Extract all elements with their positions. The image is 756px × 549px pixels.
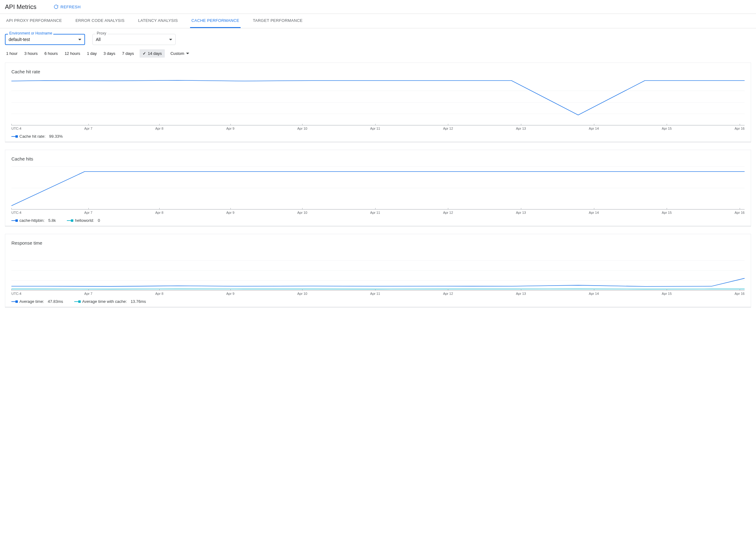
panel-cache-hits: Cache hits UTC-4 Apr 7 Apr 8 Apr 9 Apr 1… bbox=[5, 150, 751, 226]
x-tick-tz: UTC-4 bbox=[11, 127, 21, 130]
legend-item-cache-hit-rate[interactable]: Cache hit rate: 99.33% bbox=[11, 134, 63, 139]
x-tick: Apr 10 bbox=[297, 211, 307, 214]
x-tick: Apr 10 bbox=[297, 127, 307, 130]
filters-row: Environment or Hostname default-test Pro… bbox=[0, 28, 756, 48]
x-tick: Apr 15 bbox=[662, 211, 672, 214]
time-range-selected-label: 14 days bbox=[148, 51, 162, 56]
legend: cache-httpbin: 5.8k helloworld: 0 bbox=[11, 217, 745, 223]
tab-error-code-analysis[interactable]: ERROR CODE ANALYSIS bbox=[74, 14, 126, 28]
time-range-14-days[interactable]: ✓ 14 days bbox=[140, 49, 165, 58]
legend-swatch-icon bbox=[67, 220, 72, 221]
x-tick: Apr 13 bbox=[516, 127, 526, 130]
x-tick: Apr 7 bbox=[84, 292, 92, 295]
legend-value: 99.33% bbox=[49, 134, 63, 139]
legend-swatch-icon bbox=[11, 301, 17, 302]
x-tick: Apr 7 bbox=[84, 211, 92, 214]
proxy-select-value: All bbox=[96, 37, 101, 42]
refresh-label: REFRESH bbox=[60, 5, 81, 9]
x-tick: Apr 12 bbox=[443, 211, 453, 214]
x-tick: Apr 9 bbox=[226, 127, 234, 130]
x-tick: Apr 15 bbox=[662, 292, 672, 295]
page-title: API Metrics bbox=[5, 3, 36, 10]
x-tick: Apr 12 bbox=[443, 127, 453, 130]
page-header: API Metrics REFRESH bbox=[0, 0, 756, 14]
legend-label: cache-httpbin: bbox=[19, 218, 45, 223]
time-range-1-hour[interactable]: 1 hour bbox=[5, 49, 19, 58]
time-range-3-days[interactable]: 3 days bbox=[102, 49, 116, 58]
time-range-1-day[interactable]: 1 day bbox=[86, 49, 98, 58]
chevron-down-icon bbox=[169, 39, 172, 40]
tab-latency-analysis[interactable]: LATENCY ANALYSIS bbox=[137, 14, 179, 28]
tab-cache-performance[interactable]: CACHE PERFORMANCE bbox=[190, 14, 240, 28]
x-tick: Apr 8 bbox=[155, 211, 163, 214]
legend-value: 5.8k bbox=[48, 218, 56, 223]
x-tick: Apr 9 bbox=[226, 292, 234, 295]
proxy-select-label: Proxy bbox=[96, 31, 108, 35]
x-tick: Apr 16 bbox=[735, 127, 745, 130]
x-axis: UTC-4 Apr 7 Apr 8 Apr 9 Apr 10 Apr 11 Ap… bbox=[11, 292, 745, 295]
panel-response-time: Response time UTC-4 Apr 7 Apr 8 Apr 9 Ap… bbox=[5, 234, 751, 307]
x-tick: Apr 8 bbox=[155, 127, 163, 130]
panel-title: Cache hits bbox=[11, 156, 745, 161]
x-tick: Apr 16 bbox=[735, 211, 745, 214]
x-tick: Apr 16 bbox=[735, 292, 745, 295]
legend-label: Cache hit rate: bbox=[19, 134, 46, 139]
chevron-down-icon bbox=[78, 39, 81, 40]
x-tick-tz: UTC-4 bbox=[11, 211, 21, 214]
tabs-bar: API PROXY PERFORMANCE ERROR CODE ANALYSI… bbox=[0, 14, 756, 28]
legend-swatch-icon bbox=[11, 136, 17, 137]
x-axis: UTC-4 Apr 7 Apr 8 Apr 9 Apr 10 Apr 11 Ap… bbox=[11, 211, 745, 214]
x-tick: Apr 12 bbox=[443, 292, 453, 295]
legend-value: 47.83ms bbox=[48, 299, 63, 304]
x-axis: UTC-4 Apr 7 Apr 8 Apr 9 Apr 10 Apr 11 Ap… bbox=[11, 127, 745, 130]
panel-title: Response time bbox=[11, 240, 745, 246]
x-tick: Apr 7 bbox=[84, 127, 92, 130]
x-tick: Apr 13 bbox=[516, 211, 526, 214]
environment-select-label: Environment or Hostname bbox=[8, 31, 53, 35]
x-tick: Apr 11 bbox=[370, 292, 380, 295]
environment-select[interactable]: Environment or Hostname default-test bbox=[5, 34, 85, 45]
x-tick: Apr 15 bbox=[662, 127, 672, 130]
time-range-3-hours[interactable]: 3 hours bbox=[23, 49, 39, 58]
legend: Average time: 47.83ms Average time with … bbox=[11, 298, 745, 304]
tab-target-performance[interactable]: TARGET PERFORMANCE bbox=[252, 14, 304, 28]
check-icon: ✓ bbox=[143, 51, 146, 56]
tab-api-proxy-performance[interactable]: API PROXY PERFORMANCE bbox=[5, 14, 63, 28]
x-tick: Apr 14 bbox=[589, 127, 599, 130]
time-range-6-hours[interactable]: 6 hours bbox=[43, 49, 59, 58]
legend: Cache hit rate: 99.33% bbox=[11, 133, 745, 139]
chart-response-time bbox=[11, 250, 745, 291]
panel-title: Cache hit rate bbox=[11, 69, 745, 74]
legend-item-cache-httpbin[interactable]: cache-httpbin: 5.8k bbox=[11, 218, 56, 223]
refresh-button[interactable]: REFRESH bbox=[51, 2, 83, 11]
chart-cache-hits bbox=[11, 166, 745, 209]
environment-select-value: default-test bbox=[9, 37, 30, 42]
x-tick: Apr 8 bbox=[155, 292, 163, 295]
time-range-12-hours[interactable]: 12 hours bbox=[63, 49, 82, 58]
legend-label: helloworld: bbox=[75, 218, 94, 223]
time-range-picker: 1 hour 3 hours 6 hours 12 hours 1 day 3 … bbox=[0, 48, 756, 63]
proxy-select[interactable]: Proxy All bbox=[92, 34, 176, 45]
legend-label: Average time with cache: bbox=[82, 299, 127, 304]
legend-value: 0 bbox=[98, 218, 100, 223]
legend-swatch-icon bbox=[74, 301, 80, 302]
time-range-custom[interactable]: Custom bbox=[169, 49, 190, 58]
legend-item-average-time[interactable]: Average time: 47.83ms bbox=[11, 299, 63, 304]
time-range-7-days[interactable]: 7 days bbox=[121, 49, 135, 58]
x-tick: Apr 14 bbox=[589, 292, 599, 295]
time-range-custom-label: Custom bbox=[170, 51, 184, 56]
x-tick: Apr 11 bbox=[370, 127, 380, 130]
legend-item-average-time-with-cache[interactable]: Average time with cache: 13.76ms bbox=[74, 299, 146, 304]
x-tick: Apr 10 bbox=[297, 292, 307, 295]
x-tick: Apr 13 bbox=[516, 292, 526, 295]
x-tick-tz: UTC-4 bbox=[11, 292, 21, 295]
legend-swatch-icon bbox=[11, 220, 17, 221]
legend-label: Average time: bbox=[19, 299, 44, 304]
legend-value: 13.76ms bbox=[131, 299, 146, 304]
legend-item-helloworld[interactable]: helloworld: 0 bbox=[67, 218, 100, 223]
x-tick: Apr 9 bbox=[226, 211, 234, 214]
chart-cache-hit-rate bbox=[11, 79, 745, 125]
chevron-down-icon bbox=[186, 53, 189, 54]
refresh-icon bbox=[54, 4, 59, 9]
panel-cache-hit-rate: Cache hit rate UTC-4 Apr 7 Apr 8 Apr 9 A… bbox=[5, 63, 751, 142]
